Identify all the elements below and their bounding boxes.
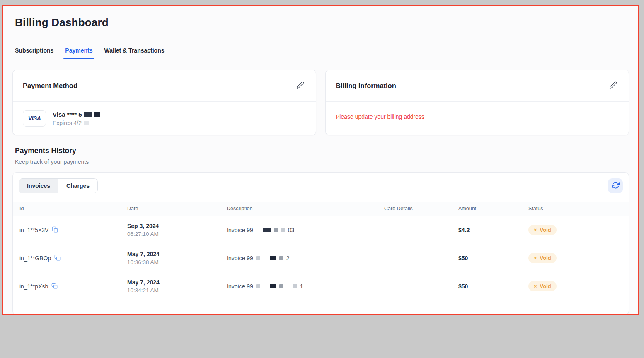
copy-icon xyxy=(52,226,58,234)
pencil-icon xyxy=(609,81,617,90)
redacted-block xyxy=(279,256,283,260)
redacted-block xyxy=(256,284,260,288)
table-header-row: Id Date Description Card Details Amount … xyxy=(13,202,629,216)
toggle-invoices[interactable]: Invoices xyxy=(19,179,58,193)
copy-icon xyxy=(54,255,61,262)
tab-bar: Subscriptions Payments Wallet & Transact… xyxy=(14,45,629,59)
payment-method-body: VISA Visa **** 5 Expires 4/2 xyxy=(13,102,316,135)
card-number-masked: Visa **** 5 xyxy=(53,111,100,118)
payment-method-header: Payment Method xyxy=(13,70,316,102)
column-header-amount: Amount xyxy=(452,202,522,216)
payments-history-card: Invoices Charges Id Date Description Car… xyxy=(12,172,629,315)
billing-information-header: Billing Information xyxy=(326,70,629,102)
status-badge: × Void xyxy=(528,253,557,263)
redacted-block xyxy=(293,284,297,288)
copy-id-button[interactable] xyxy=(51,283,58,290)
redacted-block xyxy=(279,284,283,288)
redacted-block xyxy=(270,284,276,288)
visa-logo: VISA xyxy=(23,110,46,127)
x-icon: × xyxy=(534,227,537,233)
card-expiry: Expires 4/2 xyxy=(53,120,100,126)
invoice-id: in_1**pXsb xyxy=(19,283,48,290)
toggle-charges[interactable]: Charges xyxy=(58,179,97,193)
status-badge: × Void xyxy=(528,281,557,291)
payment-method-title: Payment Method xyxy=(23,82,77,90)
redacted-block xyxy=(270,256,276,260)
tab-subscriptions[interactable]: Subscriptions xyxy=(14,45,54,59)
payments-history-title: Payments History xyxy=(15,147,629,155)
refresh-button[interactable] xyxy=(608,178,623,193)
redacted-block xyxy=(263,228,271,232)
payment-time: 10:36:38 AM xyxy=(127,259,220,265)
payment-time: 06:27:10 AM xyxy=(127,231,220,237)
payment-description: Invoice 99 2 xyxy=(220,255,378,262)
payment-description: Invoice 99 03 xyxy=(220,227,378,233)
invoice-id: in_1**GBOp xyxy=(19,255,51,262)
refresh-icon xyxy=(612,181,620,190)
tab-payments[interactable]: Payments xyxy=(64,45,93,59)
table-row: in_1**5×3V Sep 3, 2024 06:27:10 AM xyxy=(13,216,629,244)
billing-information-card: Billing Information Please update your b… xyxy=(325,70,629,135)
billing-address-alert: Please update your billing address xyxy=(336,110,619,120)
column-header-status: Status xyxy=(522,202,629,216)
page-title: Billing Dashboard xyxy=(15,16,629,29)
payment-method-card: Payment Method VISA Visa xyxy=(12,70,316,135)
table-footer-spacer xyxy=(13,300,629,315)
billing-information-body: Please update your billing address xyxy=(326,102,629,134)
column-header-date: Date xyxy=(121,202,220,216)
history-type-toggle: Invoices Charges xyxy=(19,178,98,193)
column-header-card-details: Card Details xyxy=(378,202,452,216)
payment-time: 10:34:21 AM xyxy=(127,287,220,293)
table-row: in_1**GBOp May 7, 2024 10:36:38 AM xyxy=(13,244,629,272)
summary-cards: Payment Method VISA Visa xyxy=(12,70,629,135)
copy-id-button[interactable] xyxy=(52,226,58,234)
payment-description: Invoice 99 1 xyxy=(220,283,378,290)
x-icon: × xyxy=(534,255,537,261)
payment-date: Sep 3, 2024 xyxy=(127,223,220,229)
payment-amount: $4.2 xyxy=(452,227,522,233)
payments-table: Id Date Description Card Details Amount … xyxy=(13,202,629,315)
redacted-block xyxy=(274,228,278,232)
column-header-description: Description xyxy=(220,202,378,216)
payment-amount: $50 xyxy=(452,283,522,290)
history-toolbar: Invoices Charges xyxy=(13,173,629,199)
edit-billing-information-button[interactable] xyxy=(608,79,619,92)
copy-icon xyxy=(51,283,58,290)
payment-amount: $50 xyxy=(452,255,522,262)
payment-date: May 7, 2024 xyxy=(127,251,220,257)
pencil-icon xyxy=(296,81,304,90)
copy-id-button[interactable] xyxy=(54,255,61,262)
payments-history-subtitle: Keep track of your payments xyxy=(15,159,629,165)
redacted-block xyxy=(281,228,285,232)
table-row: in_1**pXsb May 7, 2024 10:34:21 AM xyxy=(13,272,629,300)
redacted-block xyxy=(84,112,92,117)
redacted-block xyxy=(94,112,100,117)
redacted-block xyxy=(256,256,260,260)
column-header-id: Id xyxy=(13,202,121,216)
status-badge: × Void xyxy=(528,225,557,235)
tab-wallet-transactions[interactable]: Wallet & Transactions xyxy=(104,45,165,59)
invoice-id: in_1**5×3V xyxy=(19,227,48,233)
billing-dashboard-panel: Billing Dashboard Subscriptions Payments… xyxy=(2,5,639,315)
redacted-block xyxy=(84,121,89,125)
edit-payment-method-button[interactable] xyxy=(295,79,306,92)
payment-date: May 7, 2024 xyxy=(127,279,220,286)
x-icon: × xyxy=(534,283,537,289)
billing-information-title: Billing Information xyxy=(336,82,396,90)
